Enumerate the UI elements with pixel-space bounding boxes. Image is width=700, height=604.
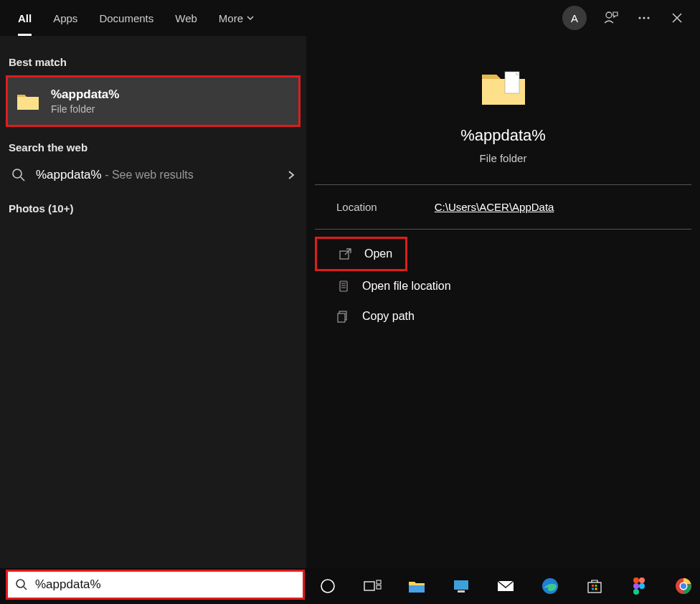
copy-icon	[335, 308, 351, 324]
task-view-icon[interactable]	[361, 575, 384, 598]
svg-rect-24	[595, 588, 597, 590]
action-open-file-location[interactable]: Open file location	[315, 271, 691, 301]
search-input[interactable]	[35, 577, 303, 592]
tab-web[interactable]: Web	[164, 0, 208, 36]
svg-point-1	[638, 16, 640, 19]
mail-icon[interactable]	[494, 575, 517, 598]
chrome-icon[interactable]	[672, 575, 695, 598]
web-result-title: %appdata%	[36, 168, 102, 181]
tab-more-label: More	[219, 12, 243, 24]
more-options-icon[interactable]	[635, 9, 653, 27]
svg-point-0	[606, 12, 612, 18]
web-result-sub: - See web results	[102, 169, 194, 181]
results-list-panel: Best match %appdata% File folder Search …	[0, 36, 306, 568]
detail-title: %appdata%	[460, 126, 546, 145]
user-avatar[interactable]: A	[562, 6, 587, 30]
figma-icon[interactable]	[628, 575, 651, 598]
best-match-text: %appdata% File folder	[51, 88, 119, 115]
tab-documents[interactable]: Documents	[88, 0, 164, 36]
svg-point-32	[681, 583, 686, 589]
chevron-down-icon	[246, 14, 255, 22]
app-icon-monitor[interactable]	[450, 575, 473, 598]
svg-rect-15	[409, 585, 425, 593]
action-copy-path-label: Copy path	[362, 310, 415, 323]
best-match-result[interactable]: %appdata% File folder	[6, 75, 301, 127]
svg-point-3	[647, 16, 649, 19]
edge-browser-icon[interactable]	[539, 575, 562, 598]
location-label: Location	[336, 201, 377, 213]
svg-rect-13	[377, 580, 381, 584]
tab-apps[interactable]: Apps	[42, 0, 88, 36]
search-filter-tabs: All Apps Documents Web More A	[0, 0, 700, 36]
search-web-section-label: Search the web	[0, 136, 306, 161]
detail-panel: %appdata% File folder Location C:\Users\…	[306, 36, 700, 568]
taskbar-search-box[interactable]	[6, 570, 305, 600]
location-path-link[interactable]: C:\Users\ACER\AppData	[435, 201, 554, 213]
folder-icon	[15, 88, 41, 114]
folder-open-icon	[335, 278, 351, 294]
action-list: Open Open file location Copy path	[315, 230, 691, 331]
svg-point-28	[639, 583, 645, 589]
best-match-title: %appdata%	[51, 88, 119, 102]
tab-more[interactable]: More	[208, 0, 265, 36]
action-open-file-location-label: Open file location	[362, 280, 451, 293]
svg-rect-23	[592, 588, 594, 590]
web-search-result[interactable]: %appdata% - See web results	[0, 161, 306, 189]
svg-point-10	[16, 580, 24, 588]
detail-header: %appdata% File folder	[315, 50, 691, 184]
svg-rect-16	[454, 580, 468, 590]
close-icon[interactable]	[668, 9, 686, 27]
action-copy-path[interactable]: Copy path	[315, 301, 691, 331]
action-open[interactable]: Open	[315, 237, 407, 271]
tab-all[interactable]: All	[7, 0, 42, 36]
svg-rect-7	[340, 281, 347, 291]
search-icon	[15, 578, 28, 591]
best-match-sub: File folder	[51, 103, 119, 115]
search-icon	[11, 168, 26, 182]
svg-point-11	[321, 580, 334, 593]
svg-point-2	[643, 16, 645, 19]
svg-rect-14	[377, 585, 381, 589]
best-match-section-label: Best match	[0, 50, 306, 75]
svg-rect-9	[338, 313, 345, 322]
svg-point-4	[13, 169, 22, 178]
feedback-icon[interactable]	[602, 9, 620, 27]
cortana-icon[interactable]	[316, 575, 339, 598]
microsoft-store-icon[interactable]	[583, 575, 606, 598]
titlebar-actions: A	[562, 6, 700, 30]
file-explorer-icon[interactable]	[405, 575, 428, 598]
svg-rect-12	[364, 582, 374, 590]
svg-rect-21	[592, 585, 594, 587]
taskbar-icons	[305, 568, 700, 604]
svg-rect-17	[458, 590, 465, 593]
taskbar	[0, 568, 700, 604]
svg-point-29	[633, 589, 639, 595]
location-row: Location C:\Users\ACER\AppData	[315, 185, 691, 229]
svg-rect-20	[588, 582, 601, 593]
svg-point-26	[639, 577, 645, 583]
chevron-right-icon	[286, 170, 296, 180]
search-results-main: Best match %appdata% File folder Search …	[0, 36, 700, 568]
svg-point-27	[633, 583, 639, 589]
action-open-label: Open	[364, 247, 392, 260]
open-icon	[337, 246, 353, 262]
svg-rect-22	[595, 585, 597, 587]
folder-icon-large	[478, 62, 529, 113]
photos-section-label[interactable]: Photos (10+)	[0, 189, 306, 214]
svg-point-25	[633, 577, 639, 583]
detail-subtitle: File folder	[480, 152, 527, 164]
